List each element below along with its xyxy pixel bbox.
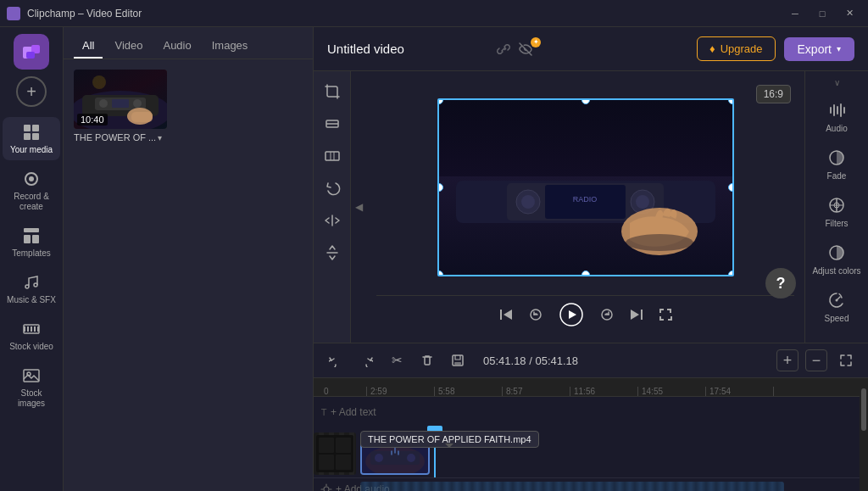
right-tool-filters[interactable]: Filters: [808, 189, 865, 233]
scrollbar-thumb[interactable]: [861, 388, 866, 431]
svg-point-25: [99, 99, 108, 108]
tool-resize-icon[interactable]: [319, 142, 346, 170]
sidebar-item-templates[interactable]: Templates: [3, 220, 60, 264]
add-media-button[interactable]: +: [16, 76, 47, 107]
timeline-scrollbar[interactable]: [860, 378, 868, 491]
sidebar-item-record-create[interactable]: Record & create: [3, 164, 60, 217]
fullscreen-button[interactable]: [658, 307, 673, 322]
tool-flip-v-icon[interactable]: [319, 239, 346, 266]
topbar: ✦ ♦ Upgrade Export ▾: [314, 27, 868, 71]
audio-icon: [826, 99, 848, 121]
zoom-in-button[interactable]: +: [776, 349, 798, 371]
ruler-mark-4: 11:56: [570, 387, 638, 396]
forward-button[interactable]: [598, 306, 615, 323]
record-create-label: Record & create: [14, 192, 49, 212]
play-button[interactable]: [558, 301, 585, 328]
right-tool-speed[interactable]: Speed: [808, 284, 865, 328]
stock-images-label: Stock images: [6, 388, 57, 409]
handle-mid-right[interactable]: [728, 183, 734, 192]
dropdown-icon[interactable]: ▾: [158, 133, 162, 142]
ruler-start: 0: [320, 387, 367, 396]
templates-label: Templates: [12, 248, 51, 259]
music-sfx-label: Music & SFX: [7, 295, 56, 305]
project-title-input[interactable]: [327, 42, 488, 56]
adjust-colors-icon: [826, 242, 848, 264]
timeline-tracks: 0 2:59 5:58 8:57 11:56: [314, 378, 868, 491]
tab-images[interactable]: Images: [203, 34, 257, 59]
sidebar-item-music-sfx[interactable]: Music & SFX: [3, 267, 60, 310]
svg-rect-3: [24, 125, 31, 131]
help-button[interactable]: ?: [765, 268, 796, 299]
handle-bottom-right[interactable]: [728, 271, 734, 276]
film-hole: [319, 455, 334, 470]
topbar-right: ♦ Upgrade Export ▾: [697, 36, 854, 61]
titlebar-left: Clipchamp – Video Editor: [7, 7, 142, 20]
svg-rect-18: [34, 326, 36, 332]
export-button[interactable]: Export ▾: [784, 37, 854, 61]
handle-bottom-mid[interactable]: [581, 271, 590, 276]
delete-button[interactable]: [415, 349, 439, 372]
editor-main: ✦ ♦ Upgrade Export ▾: [314, 27, 868, 491]
svg-rect-16: [27, 326, 29, 332]
audio-label: Audio: [826, 124, 848, 133]
save-frame-button[interactable]: [446, 349, 470, 372]
timeline-body: 0 2:59 5:58 8:57 11:56: [314, 378, 860, 491]
svg-rect-5: [24, 133, 31, 140]
svg-rect-14: [24, 326, 25, 332]
rewind-button[interactable]: [527, 306, 544, 323]
close-button[interactable]: ✕: [837, 4, 861, 23]
svg-rect-2: [26, 52, 35, 59]
right-tool-fade[interactable]: Fade: [808, 142, 865, 186]
tool-trim-icon[interactable]: [319, 110, 346, 137]
svg-point-8: [29, 176, 34, 181]
tool-flip-h-icon[interactable]: [319, 207, 346, 234]
media-duration: 10:40: [77, 114, 108, 126]
tooltip-arrow: [445, 444, 453, 452]
media-item[interactable]: 10:40 THE POWER OF ... ▾: [74, 70, 167, 142]
redo-button[interactable]: [354, 349, 378, 372]
minimize-button[interactable]: ─: [783, 4, 807, 23]
undo-button[interactable]: [324, 349, 348, 372]
svg-rect-49: [641, 310, 643, 320]
sidebar-item-stock-video[interactable]: Stock video: [3, 314, 60, 357]
preview-area: ◀ 16:9: [314, 71, 868, 343]
svg-rect-11: [32, 235, 39, 243]
tab-all[interactable]: All: [74, 34, 103, 59]
tab-audio[interactable]: Audio: [154, 34, 199, 59]
skip-to-end-button[interactable]: [629, 307, 644, 322]
handle-bottom-left[interactable]: [437, 271, 443, 276]
upgrade-button[interactable]: ♦ Upgrade: [697, 36, 776, 61]
playback-controls: [376, 295, 794, 332]
link-icon: [495, 41, 512, 58]
image-icon: [21, 365, 42, 386]
skip-to-start-button[interactable]: [498, 307, 514, 322]
svg-rect-47: [500, 310, 502, 320]
logo-icon: [19, 40, 43, 64]
right-panel: ∨ Audio Fade Filters: [804, 71, 868, 343]
text-track-icon: T: [320, 407, 327, 417]
aspect-ratio-badge[interactable]: 16:9: [756, 85, 791, 103]
titlebar: Clipchamp – Video Editor ─ □ ✕: [0, 0, 868, 27]
right-tool-adjust-colors[interactable]: Adjust colors: [808, 237, 865, 281]
clip-tooltip: THE POWER OF APPLIED FAITH.mp4: [360, 431, 539, 448]
expand-timeline-button[interactable]: [834, 349, 858, 372]
media-thumbnail: 10:40: [74, 70, 167, 129]
right-panel-chevron[interactable]: ∨: [834, 78, 840, 87]
right-tool-audio[interactable]: Audio: [808, 94, 865, 138]
svg-point-46: [626, 234, 693, 251]
svg-rect-9: [24, 228, 39, 232]
svg-rect-29: [131, 112, 153, 122]
svg-rect-17: [31, 326, 32, 332]
svg-text:RADIO: RADIO: [572, 195, 597, 204]
fade-label: Fade: [827, 171, 847, 181]
sidebar-item-your-media[interactable]: Your media: [3, 117, 60, 160]
tab-video[interactable]: Video: [106, 34, 151, 59]
collapse-panel-button[interactable]: ◀: [351, 71, 366, 343]
sidebar-item-stock-images[interactable]: Stock images: [3, 360, 60, 414]
tool-rotate-icon[interactable]: [319, 175, 346, 202]
tool-crop-icon[interactable]: [319, 78, 346, 105]
cut-button[interactable]: ✂: [385, 349, 409, 372]
maximize-button[interactable]: □: [810, 4, 834, 23]
add-text-button[interactable]: + Add text: [331, 406, 376, 418]
zoom-out-button[interactable]: −: [805, 349, 827, 371]
